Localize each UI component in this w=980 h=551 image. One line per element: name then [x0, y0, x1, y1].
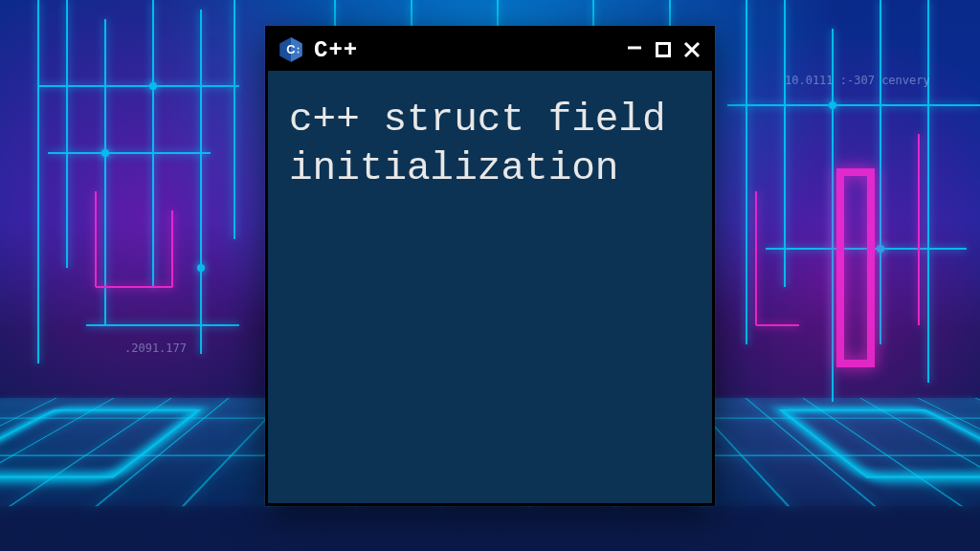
svg-point-23: [877, 245, 884, 253]
cpp-icon: C + +: [278, 36, 304, 63]
svg-point-10: [149, 82, 157, 90]
bg-label-left: .2091.177: [124, 342, 187, 355]
window-controls: [622, 37, 704, 62]
titlebar[interactable]: C + + C++: [268, 29, 712, 71]
window-title: C++: [314, 36, 358, 62]
minimize-button[interactable]: [622, 37, 647, 62]
terminal-window: C + + C++ c++ struct field initializatio…: [265, 26, 715, 506]
maximize-button[interactable]: [651, 37, 676, 62]
svg-rect-39: [657, 43, 670, 55]
svg-point-22: [829, 101, 836, 109]
terminal-content: c++ struct field initialization: [268, 71, 712, 503]
svg-point-11: [197, 264, 205, 272]
svg-text:+: +: [297, 50, 300, 55]
bg-label-right: 10.0111 :-307 cenvery: [785, 74, 930, 87]
svg-rect-24: [840, 172, 871, 364]
svg-point-9: [101, 149, 109, 157]
close-button[interactable]: [679, 37, 704, 62]
svg-text:C: C: [286, 42, 295, 56]
